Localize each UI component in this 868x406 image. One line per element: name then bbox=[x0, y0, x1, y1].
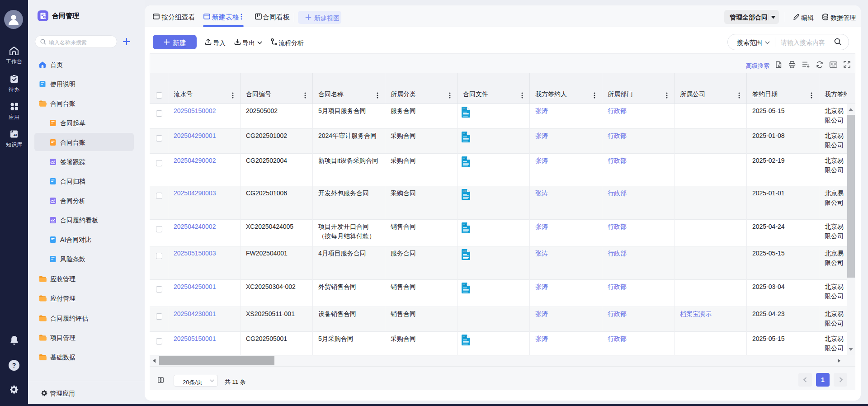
svg-text:DOCX: DOCX bbox=[462, 133, 466, 135]
svg-text:DOCX: DOCX bbox=[462, 190, 466, 192]
svg-text:DOCX: DOCX bbox=[462, 336, 466, 338]
svg-text:DOCX: DOCX bbox=[462, 284, 466, 286]
svg-text:DOCX: DOCX bbox=[462, 224, 466, 226]
svg-text:DOCX: DOCX bbox=[462, 158, 466, 160]
svg-text:DOCX: DOCX bbox=[462, 108, 466, 110]
svg-text:DOCX: DOCX bbox=[462, 250, 466, 252]
